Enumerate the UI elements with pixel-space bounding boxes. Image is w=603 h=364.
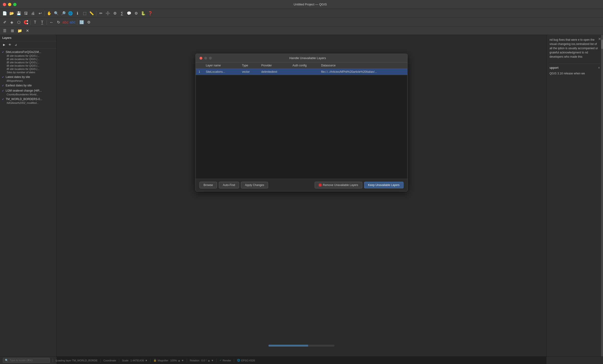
- zoom-full-icon[interactable]: 🌐: [67, 10, 74, 17]
- annotation-icon[interactable]: 💬: [126, 10, 132, 17]
- col-num: [196, 62, 203, 69]
- label-edit-icon[interactable]: T̲: [39, 19, 46, 26]
- node-tool-icon[interactable]: ◈: [9, 19, 15, 26]
- remove-layer-icon[interactable]: ✕: [24, 28, 31, 34]
- print-icon[interactable]: 🖨: [30, 10, 36, 17]
- toolbar-sep-1: [45, 11, 45, 16]
- layers-list: SiteLocationsForQGis21M... IB site locat…: [0, 48, 56, 364]
- right-panel-section1: nd bug fixes that were e to open the vis…: [550, 38, 600, 59]
- toolbar-row-3: ☰ ⊞ 📁 ✕: [0, 27, 603, 35]
- label-color2-icon[interactable]: abc: [69, 19, 76, 26]
- layer-header-lgm[interactable]: LGM sealevel change (HiR...: [2, 89, 54, 93]
- right-panel-close-button[interactable]: ✕: [598, 37, 601, 41]
- properties-icon[interactable]: ⊞: [9, 28, 16, 34]
- remove-unavailable-label: Remove Unavailable Layers: [323, 183, 358, 187]
- settings-icon[interactable]: ⚙: [133, 10, 139, 17]
- traffic-lights: [3, 3, 16, 6]
- table-row[interactable]: 1 SiteLocations... vector delimitedtext …: [196, 69, 407, 75]
- select-icon[interactable]: ⬚: [81, 10, 88, 17]
- layers-filter-icon2[interactable]: ⊿: [13, 42, 18, 47]
- add-group-icon[interactable]: 📁: [16, 28, 23, 34]
- keep-unavailable-button[interactable]: Keep Unavailable Layers: [364, 182, 404, 188]
- layer-group-site-locations: SiteLocationsForQGis21M... IB site locat…: [0, 49, 56, 74]
- add-layer-icon[interactable]: ➕: [104, 10, 111, 17]
- layer-item-ib1[interactable]: IB site locations for QGIS (...: [2, 54, 54, 57]
- open-project-icon[interactable]: 📂: [9, 10, 15, 17]
- identify-icon[interactable]: ℹ: [74, 10, 81, 17]
- right-panel-content: nd bug fixes that were e to open the vis…: [547, 35, 603, 79]
- modal-table-container: Layer name Type Provider Auth config Dat…: [196, 62, 407, 179]
- maximize-button[interactable]: [13, 3, 16, 6]
- layer-item-country[interactable]: CountryBoundaries World...: [2, 93, 54, 96]
- layer-item-ib3[interactable]: IB site locations for QGIS (...: [2, 61, 54, 64]
- auto-find-button[interactable]: Auto-Find: [219, 182, 239, 188]
- right-panel-close2[interactable]: ✕: [598, 66, 600, 70]
- label-icon[interactable]: T: [32, 19, 38, 26]
- layers-toggle-icon[interactable]: ☰: [1, 28, 8, 34]
- save-project-icon[interactable]: 💾: [16, 10, 22, 17]
- remove-unavailable-button[interactable]: Remove Unavailable Layers: [315, 182, 362, 188]
- layer-item-nasa[interactable]: NASAearth2002_modified...: [2, 101, 54, 104]
- layer-item-sites-by-dates[interactable]: Sites by number of dates: [2, 71, 54, 74]
- row-auth-config: [290, 69, 318, 75]
- layer-item-ib4[interactable]: IB site locations for QGIS (...: [2, 64, 54, 67]
- label-color-icon[interactable]: abc: [62, 19, 69, 26]
- layer-item-ib2[interactable]: IB site locations for QGIS (...: [2, 57, 54, 61]
- move-label-icon[interactable]: ↔: [48, 19, 55, 26]
- layer-group-latest: Latest dates by site IBHypotheses: [0, 74, 56, 83]
- advanced-icon[interactable]: ⚙: [85, 19, 92, 26]
- row-provider: delimitedtext: [258, 69, 290, 75]
- save-as-icon[interactable]: 🖫: [23, 10, 29, 17]
- close-button[interactable]: [3, 3, 6, 6]
- scrollbar-thumb[interactable]: [601, 40, 603, 49]
- zoom-out-icon[interactable]: 🔎: [60, 10, 67, 17]
- layers-panel-title: Layers: [0, 35, 56, 41]
- stats-icon[interactable]: ∑: [119, 10, 125, 17]
- main-area: Layers ▶ 👁 ⊿ SiteLocationsForQGis21M... …: [0, 35, 603, 364]
- apply-changes-button[interactable]: Apply Changes: [241, 182, 268, 188]
- status-sep-1: [53, 359, 53, 362]
- undo-icon[interactable]: ↩: [37, 10, 43, 17]
- layer-label-tmworld: TM_WORLD_BORDERS-0...: [6, 97, 42, 101]
- layers-table: Layer name Type Provider Auth config Dat…: [196, 62, 407, 75]
- modal-close-button[interactable]: [199, 57, 202, 60]
- layer-group-header-site[interactable]: SiteLocationsForQGis21M...: [2, 50, 54, 54]
- layer-item-ibhyp[interactable]: IBHypotheses: [2, 79, 54, 82]
- layer-header-tmworld[interactable]: TM_WORLD_BORDERS-0...: [2, 97, 54, 101]
- toolbar-row-2: ✐ ◈ ⬡ 🧲 T T̲ ↔ ↻ abc abc 🔢 ⚙: [0, 18, 603, 27]
- map-area[interactable]: Handle Unavailable Layers Layer name Typ…: [57, 35, 546, 364]
- rotate-label-icon[interactable]: ↻: [55, 19, 62, 26]
- zoom-in-icon[interactable]: 🔍: [53, 10, 60, 17]
- layer-header-latest[interactable]: Latest dates by site: [2, 75, 54, 79]
- help-icon[interactable]: ❓: [147, 10, 154, 17]
- search-placeholder: Type to locate (⌘K): [10, 359, 33, 362]
- digitize-icon[interactable]: ✏: [97, 10, 104, 17]
- minimize-button[interactable]: [8, 3, 11, 6]
- layers-eye-icon[interactable]: 👁: [7, 42, 12, 47]
- modal-title: Handle Unavailable Layers: [212, 56, 404, 60]
- search-icon: 🔍: [5, 359, 8, 362]
- browse-button[interactable]: Browse: [199, 182, 217, 188]
- snap-icon[interactable]: 🧲: [23, 19, 29, 26]
- layer-header-earliest[interactable]: Earliest dates by site: [2, 83, 54, 88]
- right-panel-scrollbar[interactable]: [601, 35, 603, 364]
- modal-max-button[interactable]: [209, 57, 212, 60]
- col-provider: Provider: [258, 62, 290, 69]
- pan-icon[interactable]: ✋: [46, 10, 53, 17]
- vertex-icon[interactable]: ⬡: [16, 19, 22, 26]
- modal-title-bar: Handle Unavailable Layers: [196, 54, 407, 62]
- field-calc-icon[interactable]: 🔢: [79, 19, 85, 26]
- new-project-icon[interactable]: 📄: [1, 10, 8, 17]
- modal-min-button[interactable]: [204, 57, 207, 60]
- python-icon[interactable]: 🐍: [140, 10, 147, 17]
- layers-panel: Layers ▶ 👁 ⊿ SiteLocationsForQGis21M... …: [0, 35, 57, 364]
- layer-group-earliest: Earliest dates by site: [0, 83, 56, 88]
- locate-search[interactable]: 🔍 Type to locate (⌘K): [3, 358, 50, 363]
- plugins-icon[interactable]: ⚙: [112, 10, 118, 17]
- layer-label-earliest: Earliest dates by site: [6, 84, 32, 87]
- layer-item-ib5[interactable]: IB site locations for QGIS (...: [2, 67, 54, 71]
- table-header: Layer name Type Provider Auth config Dat…: [196, 62, 407, 69]
- measure-icon[interactable]: 📏: [88, 10, 95, 17]
- edit-digitize-icon[interactable]: ✐: [1, 19, 8, 26]
- layers-filter-icon[interactable]: ▶: [1, 42, 7, 47]
